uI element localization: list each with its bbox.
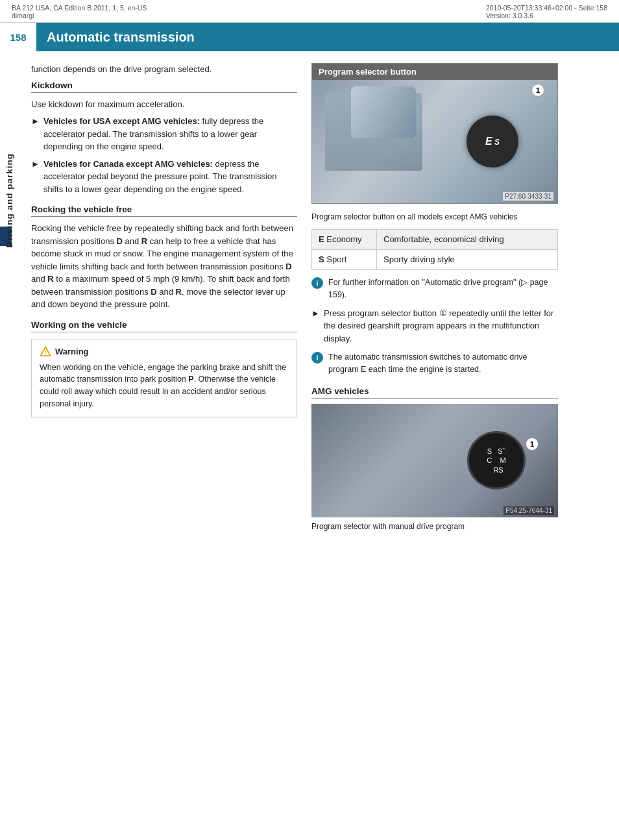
kickdown-bullet-2-content: Vehicles for Canada except AMG vehicles:… [43, 158, 297, 196]
amg-dial: S S+ C M RS [467, 431, 526, 489]
info-icon-1: i [311, 277, 323, 289]
image-overlay: E S 1 P27.60-3433-31 [312, 80, 557, 203]
amg-dial-inner: S S+ C M RS [487, 446, 505, 475]
header-left-line2: dimargi [12, 12, 147, 19]
table-row: S Sport Sporty driving style [312, 249, 558, 269]
amg-caption: Program selector with manual drive progr… [311, 521, 558, 532]
program-selector-image: E S 1 P27.60-3433-31 [312, 80, 557, 203]
warning-title-row: ! Warning [40, 346, 289, 358]
working-section: Working on the vehicle ! Warning When wo… [31, 320, 297, 417]
right-column: Program selector button E S 1 P27.60-343… [311, 63, 558, 819]
rocking-heading: Rocking the vehicle free [31, 204, 297, 217]
amg-heading: AMG vehicles [311, 386, 558, 399]
header-right-line2: Version: 3.0.3.6 [486, 12, 607, 19]
working-heading: Working on the vehicle [31, 320, 297, 332]
image-reference: P27.60-3433-31 [503, 192, 553, 201]
table-cell-key-1: E Economy [312, 229, 377, 249]
info-item-2: i The automatic transmission switches to… [311, 351, 558, 376]
page-header: BA 212 USA, CA Edition B 2011; 1; 5, en-… [0, 0, 619, 23]
header-right-line1: 2010-05-20T13:33:46+02:00 - Seite 158 [486, 4, 607, 12]
main-content: function depends on the drive program se… [21, 51, 619, 830]
amg-image-reference: P54.25-7644-31 [504, 506, 554, 515]
bullet-arrow-icon-3: ► [311, 307, 320, 345]
kickdown-bullet-2: ► Vehicles for Canada except AMG vehicle… [31, 158, 297, 196]
arrow-bullet-text: Press program selector button ① repeated… [324, 307, 558, 345]
table-cell-val-1: Comfortable, economical driving [377, 229, 558, 249]
program-selector-title: Program selector button [312, 64, 557, 80]
info-text-2: The automatic transmission switches to a… [328, 351, 558, 376]
table-cell-val-2: Sporty driving style [377, 249, 558, 269]
sidebar-label: Driving and parking [5, 153, 14, 248]
dial-label: E S [485, 136, 500, 147]
info-item-1: i For further information on "Automatic … [311, 277, 558, 301]
warning-text: When working on the vehicle, engage the … [40, 362, 289, 410]
kickdown-intro: Use kickdown for maximum acceleration. [31, 98, 297, 111]
selector-table: E Economy Comfortable, economical drivin… [311, 229, 558, 270]
table-cell-key-2: S Sport [312, 249, 377, 269]
header-right: 2010-05-20T13:33:46+02:00 - Seite 158 Ve… [486, 4, 607, 19]
svg-text:!: ! [45, 349, 47, 355]
bullet-arrow-icon: ► [31, 115, 40, 153]
kickdown-bullet-1-label: Vehicles for USA except AMG vehicles: [43, 116, 200, 126]
page-number: 158 [0, 23, 36, 51]
warning-label: Warning [55, 347, 89, 356]
page-title: Automatic transmission [47, 30, 195, 45]
rocking-section: Rocking the vehicle free Rocking the veh… [31, 204, 297, 311]
header-left-line1: BA 212 USA, CA Edition B 2011; 1; 5, en-… [12, 4, 147, 12]
sidebar: Driving and parking [0, 51, 21, 830]
bullet-arrow-icon-2: ► [31, 158, 40, 196]
program-selector-box: Program selector button E S 1 P27.60-343… [311, 63, 558, 204]
info-text-1: For further information on "Automatic dr… [328, 277, 558, 301]
amg-section: AMG vehicles S S+ C M RS 1 P54.25-7644- [311, 386, 558, 532]
info-icon-2: i [311, 352, 323, 364]
selector-caption: Program selector button on all models ex… [311, 212, 558, 223]
kickdown-section: Kickdown Use kickdown for maximum accele… [31, 80, 297, 196]
kickdown-heading: Kickdown [31, 80, 297, 93]
kickdown-bullet-2-label: Vehicles for Canada except AMG vehicles: [43, 159, 213, 169]
rocking-text: Rocking the vehicle free by repeatedly s… [31, 222, 297, 311]
kickdown-bullet-1: ► Vehicles for USA except AMG vehicles: … [31, 115, 297, 153]
arrow-bullet-1: ► Press program selector button ① repeat… [311, 307, 558, 345]
warning-triangle-icon: ! [40, 346, 51, 358]
title-bar: 158 Automatic transmission [0, 23, 619, 51]
kickdown-bullet-1-content: Vehicles for USA except AMG vehicles: fu… [43, 115, 297, 153]
left-column: function depends on the drive program se… [25, 63, 297, 819]
dial-circle: E S [467, 116, 518, 167]
header-left: BA 212 USA, CA Edition B 2011; 1; 5, en-… [12, 4, 147, 19]
circle-number-1: 1 [531, 84, 544, 97]
amg-image: S S+ C M RS 1 P54.25-7644-31 [311, 404, 558, 517]
page-layout: Driving and parking function depends on … [0, 51, 619, 830]
sidebar-label-container: Driving and parking [0, 103, 18, 298]
warning-box: ! Warning When working on the vehicle, e… [31, 339, 297, 417]
intro-text: function depends on the drive program se… [31, 63, 297, 76]
table-row: E Economy Comfortable, economical drivin… [312, 229, 558, 249]
